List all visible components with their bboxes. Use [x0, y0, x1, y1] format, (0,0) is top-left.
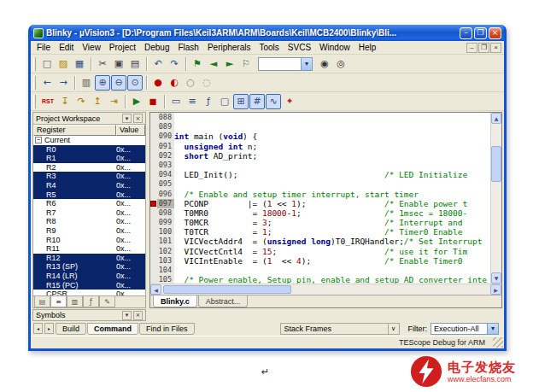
go-icon[interactable]: ▶	[129, 94, 144, 109]
tab-scroll-left-icon[interactable]: ◂	[33, 323, 43, 334]
mdi-close-button[interactable]: ×	[490, 43, 501, 53]
register-row-r5[interactable]: R50x...	[33, 190, 145, 200]
doc-tab-abstract[interactable]: Abstract...	[198, 295, 249, 307]
find-combobox[interactable]: ▾	[258, 57, 313, 71]
pin-icon[interactable]: ▾	[122, 311, 132, 320]
menu-item-flash[interactable]: Flash	[173, 42, 202, 53]
clear-bookmarks-icon[interactable]: ⚐	[238, 56, 254, 72]
output-tab-command[interactable]: Command	[87, 323, 138, 335]
toolbox-icon[interactable]: ✦	[282, 94, 297, 109]
disable-breakpoint-icon[interactable]: ◐	[167, 75, 182, 91]
code-text[interactable]: unsigned int n;	[174, 142, 490, 151]
paste-icon[interactable]: ▤	[127, 56, 143, 72]
breakpoint-margin[interactable]	[150, 170, 157, 179]
breakpoint-margin[interactable]	[150, 256, 157, 266]
new-file-icon[interactable]: □	[39, 56, 55, 72]
horizontal-scrollbar[interactable]: ◀ ▶	[150, 284, 501, 295]
workspace-tab-registers[interactable]: ≡	[50, 296, 67, 307]
register-row-r13-sp[interactable]: R13 (SP)0x...	[33, 262, 145, 272]
cut-icon[interactable]: ✂	[95, 56, 110, 72]
step-into-icon[interactable]: ↧	[57, 94, 73, 109]
pin-icon[interactable]: ▾	[122, 114, 132, 123]
menu-item-svcs[interactable]: SVCS	[284, 42, 315, 53]
breakpoint-margin[interactable]	[150, 247, 157, 256]
kill-all-breakpoints-icon[interactable]: ◌	[199, 75, 214, 91]
step-over-icon[interactable]: ↷	[73, 94, 89, 109]
breakpoint-margin[interactable]	[150, 122, 157, 132]
column-header-register[interactable]: Register	[33, 125, 116, 136]
serial-window-icon[interactable]: #	[249, 94, 265, 109]
close-icon[interactable]: ×	[133, 114, 143, 123]
disassembly-window-icon[interactable]: ≡	[185, 94, 200, 109]
close-icon[interactable]: ×	[133, 311, 143, 320]
resize-grip[interactable]	[493, 337, 503, 348]
breakpoint-margin[interactable]	[150, 113, 157, 122]
register-row-r4[interactable]: R40x...	[33, 181, 145, 190]
symbols-panel-header[interactable]: Symbols ▾ ×	[32, 309, 146, 321]
code-text[interactable]: VICVectCntl4 = 15; /* use it for Tim	[174, 247, 490, 256]
redo-icon[interactable]: ↷	[167, 56, 182, 72]
chevron-down-icon[interactable]: ▾	[487, 324, 498, 334]
chevron-down-icon[interactable]: ▾	[301, 58, 312, 70]
doc-tab-blinky-c[interactable]: Blinky.c	[153, 295, 197, 307]
code-text[interactable]: /* Enable and setup timer interrupt, sta…	[174, 190, 490, 199]
disable-all-breakpoints-icon[interactable]: ○	[183, 75, 198, 91]
register-row-r15-pc[interactable]: R15 (PC)0x...	[33, 281, 145, 290]
breakpoint-margin[interactable]	[150, 218, 157, 227]
next-bookmark-icon[interactable]: ►	[222, 56, 237, 72]
breakpoint-margin[interactable]	[150, 190, 157, 199]
toolbar-grip[interactable]	[33, 76, 36, 90]
toolbar-grip[interactable]	[33, 95, 36, 108]
output-tab-find-in-files[interactable]: Find in Files	[139, 323, 195, 335]
save-icon[interactable]: ▦	[72, 56, 87, 72]
scroll-left-icon[interactable]: ◀	[150, 284, 161, 295]
register-row-r1[interactable]: R10x...	[33, 154, 145, 163]
code-text[interactable]: VICIntEnable = (1 << 4); /* Enable Timer…	[174, 256, 490, 266]
halt-icon[interactable]: ◼	[145, 94, 161, 109]
menu-item-debug[interactable]: Debug	[140, 42, 173, 53]
output-tab-build[interactable]: Build	[56, 323, 86, 335]
close-button[interactable]: ×	[489, 27, 501, 39]
vertical-scroll-thumb[interactable]	[491, 146, 501, 182]
breakpoint-margin[interactable]	[150, 199, 157, 208]
menu-item-project[interactable]: Project	[105, 42, 140, 53]
breakpoint-margin[interactable]	[150, 208, 157, 218]
menu-item-file[interactable]: File	[32, 42, 55, 53]
code-text[interactable]: /* Power enable, Setup pin, enable and s…	[174, 275, 490, 284]
project-workspace-header[interactable]: Project Workspace ▾ ×	[33, 113, 145, 125]
zoom-out-icon[interactable]: ⊖	[111, 75, 126, 91]
register-row-r7[interactable]: R70x...	[33, 208, 145, 218]
workspace-tab-functions[interactable]: ƒ	[83, 296, 99, 307]
workspace-tab-files[interactable]: ▤	[34, 296, 50, 307]
stack-frames-panel[interactable]: Stack Frames ∨	[280, 323, 400, 335]
register-row-r10[interactable]: R100x...	[33, 236, 145, 245]
column-header-value[interactable]: Value	[116, 125, 145, 136]
mdi-restore-button[interactable]: ❐	[478, 43, 489, 53]
scroll-down-icon[interactable]: ▼	[491, 272, 501, 284]
maximize-button[interactable]: ❐	[474, 27, 487, 39]
menu-item-edit[interactable]: Edit	[55, 42, 78, 53]
register-row-r2[interactable]: R20x...	[33, 163, 145, 173]
breakpoint-margin[interactable]	[150, 237, 157, 246]
workspace-tab-books[interactable]: ▥	[67, 296, 83, 307]
register-row-r14-lr[interactable]: R14 (LR)0x...	[33, 272, 145, 281]
bookmark-toggle-icon[interactable]: ⚑	[190, 56, 205, 72]
previous-bookmark-icon[interactable]: ◄	[206, 56, 221, 72]
reset-cpu-icon[interactable]: RST	[39, 94, 56, 109]
code-text[interactable]: PCONP |= (1 << 1); /* Enable power t	[174, 199, 490, 208]
menu-item-tools[interactable]: Tools	[255, 42, 284, 53]
open-file-icon[interactable]: ▨	[56, 56, 71, 72]
menu-item-help[interactable]: Help	[354, 42, 381, 53]
collapse-icon[interactable]: −	[35, 137, 42, 143]
copy-icon[interactable]: ▣	[111, 56, 126, 72]
code-text[interactable]	[174, 179, 490, 189]
breakpoint-margin[interactable]	[150, 227, 157, 237]
register-row-cpsr[interactable]: CPSR0x...	[33, 290, 145, 295]
scroll-right-icon[interactable]: ▶	[490, 284, 501, 295]
breakpoint-margin[interactable]	[150, 151, 157, 161]
breakpoint-icon[interactable]	[150, 201, 156, 207]
register-row-r8[interactable]: R80x...	[33, 217, 145, 226]
menu-item-view[interactable]: View	[78, 42, 105, 53]
code-text[interactable]: VICVectAddr4 = (unsigned long)T0_IRQHand…	[174, 237, 490, 246]
code-lines[interactable]: 088089090int main (void) {091 unsigned i…	[150, 113, 490, 284]
